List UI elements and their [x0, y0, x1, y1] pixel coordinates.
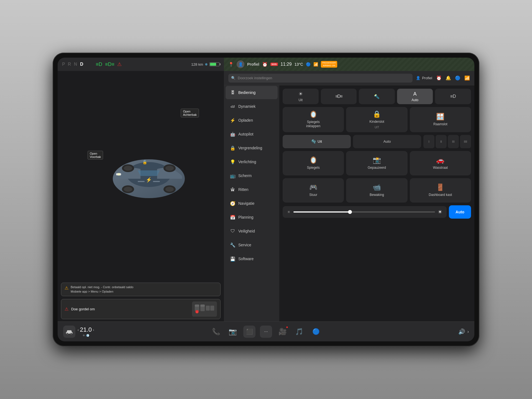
wiper-speed-4[interactable]: IIII	[460, 135, 471, 148]
home-icon-btn[interactable]: ⬛	[243, 326, 255, 338]
childlock-card[interactable]: 🔒 Kinderslot UIT	[346, 107, 407, 132]
steering-card[interactable]: 🎮 Stuur	[283, 178, 344, 203]
nav-ritten-label: Ritten	[238, 187, 249, 192]
glovebox-card[interactable]: 🚪 Dashboard kast	[410, 178, 471, 203]
planning-icon: 📅	[230, 215, 236, 220]
seat-diagram: !	[192, 301, 217, 317]
warning-line2: Mobiele app > Menu > Opladen	[71, 290, 133, 294]
volume-icon[interactable]: 🔊	[458, 328, 465, 335]
software-icon: 💾	[230, 256, 236, 262]
security-card[interactable]: 📹 Bewaking	[346, 178, 407, 203]
sos-badge[interactable]: SOS	[270, 63, 278, 66]
dashcam-icon-btn[interactable]: 🎥	[277, 326, 289, 338]
navigatie-icon: 🧭	[230, 201, 236, 206]
nav-veiligheid-label: Veiligheid	[238, 229, 255, 233]
nav-autopilot[interactable]: 🤖 Autopilot	[226, 127, 278, 141]
carwash-card[interactable]: 🚗 Wasstraat	[410, 151, 471, 175]
nav-vergrendeling[interactable]: 🔒 Vergrendeling	[226, 141, 278, 155]
beam-icon: ≡D≡	[105, 62, 114, 67]
temp-chevron-left[interactable]: ‹	[78, 328, 79, 332]
wiper-speed-3[interactable]: III	[448, 135, 459, 148]
temp-icons: ❄ 💨	[78, 334, 94, 337]
temp-display: 13°C	[295, 62, 303, 66]
svg-point-5	[165, 187, 174, 192]
light-auto-btn[interactable]: A Auto	[397, 89, 433, 104]
wiper-row: 🫧 Uit Auto I II III III	[283, 135, 471, 148]
camera-icon-btn[interactable]: 📷	[227, 326, 239, 338]
taskbar-left: ‹ 21.0 › ❄ 💨	[63, 326, 94, 338]
brightness-slider[interactable]	[293, 211, 435, 213]
wiper-auto-btn[interactable]: Auto	[353, 135, 421, 148]
wiper-off-btn[interactable]: 🫧 Uit	[283, 135, 351, 148]
glovebox-icon: 🚪	[436, 183, 444, 191]
seatbelt-text: Doe gordel om	[71, 307, 95, 311]
mirrors-card[interactable]: 🪞 Spiegelsinklappen	[283, 107, 344, 132]
car-view: ⚡ 🔓 Open Voorbak Open Achterbak	[58, 71, 224, 281]
opladen-icon: ⚡	[230, 118, 236, 123]
wiper-speed-1[interactable]: I	[423, 135, 434, 148]
search-box[interactable]: 🔍 Doorzoek instellingen	[228, 74, 413, 83]
light-low-btn[interactable]: 🔦	[359, 89, 395, 104]
temp-section: ‹ 21.0 › ❄ 💨	[78, 326, 94, 337]
temp-chevron-right[interactable]: ›	[93, 328, 94, 332]
r-indicator: R	[68, 62, 72, 66]
alarm-icon: ⏰	[262, 62, 268, 67]
svg-point-9	[165, 166, 174, 171]
profile-label-top[interactable]: Profiel	[247, 62, 259, 66]
ritten-icon: 🛣	[230, 187, 236, 192]
nav-verlichting[interactable]: 💡 Verlichting	[226, 155, 278, 168]
dashcam-icon: 📸	[373, 156, 381, 164]
svg-rect-19	[200, 305, 205, 307]
svg-text:🔓: 🔓	[142, 160, 147, 165]
autopilot-icon: 🤖	[230, 132, 236, 137]
light-high-btn[interactable]: ≡D	[435, 89, 471, 104]
nav-ritten[interactable]: 🛣 Ritten	[226, 183, 278, 196]
profile-icon-top[interactable]: 👤	[237, 60, 244, 68]
taskbar-center: 📞 📷 ⬛ ··· 🎥 🎵	[210, 326, 322, 338]
bell-icon[interactable]: 🔔	[446, 75, 451, 81]
light-parking-btn[interactable]: ≡D≡	[321, 89, 357, 104]
mirrors-label: Spiegelsinklappen	[306, 120, 320, 129]
p-indicator: P	[62, 62, 66, 66]
seat-svg: !	[193, 303, 216, 315]
auto-light-icon: A	[413, 91, 417, 97]
warning-banner: ⚠ Betaald opl. niet mog. - Contr. onbeta…	[61, 283, 221, 296]
mirrors-fold-card[interactable]: 🪞 Spiegels	[283, 151, 344, 175]
nav-software[interactable]: 💾 Software	[226, 252, 278, 265]
wiper-speed-2[interactable]: II	[436, 135, 447, 148]
windowlock-card[interactable]: 🪟 Raamslot	[410, 107, 471, 132]
bt-icon-btn[interactable]: 🔵	[310, 326, 322, 338]
taskbar: ‹ 21.0 › ❄ 💨 📞 �	[58, 321, 474, 341]
nav-navigatie[interactable]: 🧭 Navigatie	[226, 197, 278, 210]
bluetooth-icon-header[interactable]: 🔵	[455, 75, 461, 81]
alarm-icon-header[interactable]: ⏰	[436, 75, 442, 81]
warning-icon-top: ⚠	[117, 61, 122, 67]
taskbar-chevron-right[interactable]: ›	[467, 329, 469, 334]
phone-icon-btn[interactable]: 📞	[210, 326, 222, 338]
warning-line1: Betaald opl. niet mog. - Contr. onbetaal…	[71, 285, 133, 289]
svg-point-3	[124, 187, 132, 192]
apps-icon-btn[interactable]: ···	[260, 326, 272, 338]
auto-light-label: Auto	[411, 98, 418, 102]
car-status-icon[interactable]	[63, 326, 75, 338]
nav-bediening[interactable]: 🎛 Bediening	[226, 86, 278, 99]
high-beam-icon: ≡D	[450, 94, 456, 99]
nav-autopilot-label: Autopilot	[238, 132, 253, 136]
dashcam-card[interactable]: 📸 Gepauzeerd	[346, 151, 407, 175]
brightness-fill	[293, 211, 350, 213]
map-texture	[224, 58, 474, 71]
nav-service[interactable]: 🔧 Service	[226, 238, 278, 252]
nav-dynamiek[interactable]: 🏎 Dynamiek	[226, 100, 278, 113]
km-value: 128 km	[191, 62, 203, 66]
bediening-icon: 🎛	[230, 90, 236, 95]
nav-scherm[interactable]: 📺 Scherm	[226, 169, 278, 182]
auto-brightness-btn[interactable]: Auto	[449, 205, 471, 219]
music-icon-btn[interactable]: 🎵	[293, 326, 305, 338]
profile-btn[interactable]: 👤 Profiel	[416, 76, 432, 80]
nav-planning[interactable]: 📅 Planning	[226, 211, 278, 224]
nav-veiligheid[interactable]: 🛡 Veiligheid	[226, 224, 278, 238]
bluetooth-icon-top: 🔵	[306, 62, 311, 66]
light-uit-btn[interactable]: ☀ Uit	[283, 89, 319, 104]
nav-opladen[interactable]: ⚡ Opladen	[226, 114, 278, 127]
snowflake-icon: ❄	[205, 62, 208, 66]
